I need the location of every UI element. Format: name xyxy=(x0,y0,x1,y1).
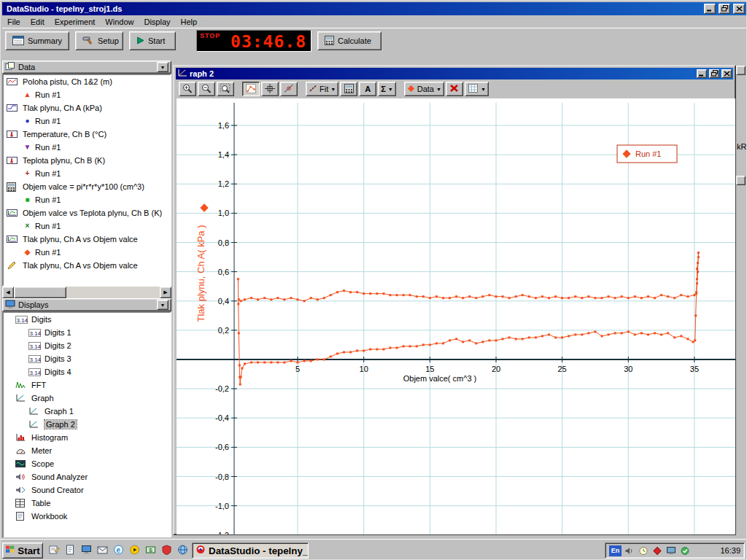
graph-toolbar-remove[interactable] xyxy=(446,82,463,96)
data-tree-run-item[interactable]: ×Run #1 xyxy=(4,219,170,233)
displays-tree-item-digits-2[interactable]: 3.14Digits 2 xyxy=(4,339,170,352)
graph-legend[interactable]: Run #1 xyxy=(617,145,677,163)
tray-antivirus-icon[interactable] xyxy=(651,545,663,556)
scroll-right-button[interactable]: ▶ xyxy=(160,287,171,298)
displays-tree-item-scope[interactable]: Scope xyxy=(4,457,170,470)
restore-icon xyxy=(711,69,718,78)
restore-button[interactable] xyxy=(719,4,730,14)
tray-display-icon[interactable] xyxy=(665,545,677,556)
data-tree-item-label: Temperature, Ch B (°C) xyxy=(23,130,107,139)
data-tree-item[interactable]: Poloha pistu, Ch 1&2 (m) xyxy=(4,75,170,88)
quicklaunch-desktop-icon[interactable] xyxy=(80,543,93,556)
menu-item-file[interactable]: File xyxy=(2,17,26,27)
histogram-icon xyxy=(15,433,28,442)
temperature-sensor-icon xyxy=(7,156,20,165)
background-window-button-2[interactable] xyxy=(736,176,746,185)
displays-tree-item-graph-1[interactable]: Graph 1 xyxy=(4,405,170,418)
graph-toolbar-zoom-select[interactable] xyxy=(217,82,234,96)
data-tree-item[interactable]: Tlak plynu, Ch A vs Objem valce xyxy=(4,259,170,272)
menu-item-help[interactable]: Help xyxy=(176,17,203,27)
data-tree-item[interactable]: Teplota plynu, Ch B (K) xyxy=(4,154,170,167)
displays-tree-item-sound-analyzer[interactable]: Sound Analyzer xyxy=(4,470,170,483)
close-button[interactable] xyxy=(733,4,745,14)
data-tree-item[interactable]: Temperature, Ch B (°C) xyxy=(4,128,170,141)
svg-text:-0,8: -0,8 xyxy=(215,472,229,481)
graph-toolbar-scale-to-fit[interactable] xyxy=(242,82,260,96)
data-tree-run-item[interactable]: ▲Run #1 xyxy=(4,88,170,101)
taskbar-task-datastudio[interactable]: DataStudio - tepelny_... xyxy=(192,542,309,559)
timer-display: STOP 03:46.8 xyxy=(196,30,311,52)
start-menu-button[interactable]: Start xyxy=(2,542,43,559)
graph-plot-area[interactable]: 1,61,41,21,00,80,60,40,2-0,2-0,4-0,6-0,8… xyxy=(177,98,735,534)
displays-tree-item-digits-4[interactable]: 3.14Digits 4 xyxy=(4,365,170,378)
quicklaunch-browser-icon[interactable]: e xyxy=(112,543,125,556)
quicklaunch-media-icon[interactable] xyxy=(128,543,141,556)
displays-tree-item-histogram[interactable]: Histogram xyxy=(4,431,170,444)
graph-restore-button[interactable] xyxy=(709,69,719,78)
displays-panel-dropdown-button[interactable]: ▼ xyxy=(157,300,169,310)
displays-tree-item-digits-3[interactable]: 3.14Digits 3 xyxy=(4,352,170,365)
data-tree-item[interactable]: Tlak plynu, Ch A (kPa) xyxy=(4,101,170,114)
graph-toolbar-text-tool[interactable]: A xyxy=(359,82,376,96)
graph-toolbar-smart-tool[interactable] xyxy=(261,82,279,96)
quicklaunch-document-icon[interactable] xyxy=(63,543,77,556)
language-indicator[interactable]: En xyxy=(609,545,622,556)
data-tree-run-item[interactable]: ●Run #1 xyxy=(4,114,170,128)
menu-item-display[interactable]: Display xyxy=(139,17,175,27)
displays-tree-item-sound-creator[interactable]: Sound Creator xyxy=(4,483,170,497)
scroll-thumb[interactable] xyxy=(14,287,66,298)
menu-item-window[interactable]: Window xyxy=(100,17,139,27)
data-tree-item[interactable]: Tlak plynu, Ch A vs Objem valce xyxy=(4,233,170,246)
data-tree-hscrollbar[interactable]: ◀ ▶ xyxy=(2,287,171,298)
graph-toolbar-settings[interactable]: ▼ xyxy=(465,82,489,96)
data-tree-run-item[interactable]: ▼Run #1 xyxy=(4,141,170,154)
graph-toolbar-slope-tool[interactable] xyxy=(280,82,298,96)
data-tree-item[interactable]: Objem valce vs Teplota plynu, Ch B (K) xyxy=(4,206,170,219)
tray-volume-icon[interactable] xyxy=(624,545,635,556)
menu-item-experiment[interactable]: Experiment xyxy=(50,17,101,27)
displays-tree-item-fft[interactable]: FFT xyxy=(4,378,170,392)
graph-minimize-button[interactable] xyxy=(697,69,707,78)
displays-tree-item-graph-2[interactable]: Graph 2 xyxy=(4,418,170,431)
displays-tree-item-graph[interactable]: Graph xyxy=(4,392,170,405)
quicklaunch-editor-icon[interactable] xyxy=(47,543,61,556)
graph-toolbar-zoom-in[interactable] xyxy=(179,82,196,96)
data-tree-item-label: Tlak plynu, Ch A vs Objem valce xyxy=(23,261,138,270)
sound-creator-icon xyxy=(15,486,28,494)
quicklaunch-mail-icon[interactable] xyxy=(96,543,109,556)
displays-tree-item-table[interactable]: Table xyxy=(4,497,170,510)
taskbar-clock[interactable]: 16:39 xyxy=(720,546,740,555)
tray-scheduler-icon[interactable] xyxy=(638,545,649,556)
graph-toolbar-zoom-out[interactable] xyxy=(198,82,215,96)
scroll-left-button[interactable]: ◀ xyxy=(2,287,14,298)
tray-update-icon[interactable] xyxy=(679,545,691,556)
data-tree-item[interactable]: Objem valce = pi*r*r*y*100 (cm^3) xyxy=(4,180,170,193)
quicklaunch-money-icon[interactable]: $ xyxy=(144,543,157,556)
displays-tree-item-workbook[interactable]: Workbook xyxy=(4,510,170,523)
setup-button[interactable]: Setup xyxy=(75,31,123,50)
data-tree-run-item[interactable]: ◆Run #1 xyxy=(4,246,170,259)
graph-toolbar-statistics[interactable]: Σ▼ xyxy=(378,82,396,96)
quicklaunch-web-icon[interactable] xyxy=(176,543,189,556)
displays-tree-item-digits[interactable]: 3.14Digits xyxy=(4,313,170,326)
displays-tree-item-digits-1[interactable]: 3.14Digits 1 xyxy=(4,326,170,339)
graph-close-button[interactable] xyxy=(721,69,732,78)
graph-toolbar-data-menu[interactable]: Data▼ xyxy=(404,82,444,96)
graph-toolbar-calculator[interactable] xyxy=(340,82,357,96)
graph-toolbar-fit-menu[interactable]: Fit▼ xyxy=(306,82,338,96)
calculator-icon xyxy=(344,84,354,95)
data-tree-run-item[interactable]: ■Run #1 xyxy=(4,193,170,206)
background-window-button[interactable] xyxy=(736,66,746,75)
data-tree-run-item[interactable]: +Run #1 xyxy=(4,167,170,180)
summary-button[interactable]: Summary xyxy=(5,31,69,50)
menu-item-edit[interactable]: Edit xyxy=(26,17,50,27)
svg-text:3.14: 3.14 xyxy=(30,343,42,349)
quicklaunch-security-icon[interactable] xyxy=(160,543,173,556)
data-panel-dropdown-button[interactable]: ▼ xyxy=(157,62,169,72)
svg-text:1,6: 1,6 xyxy=(218,121,229,130)
minimize-button[interactable] xyxy=(704,4,716,14)
calculate-button[interactable]: Calculate xyxy=(317,31,382,50)
svg-text:0,4: 0,4 xyxy=(218,297,229,306)
start-button[interactable]: Start xyxy=(129,31,176,50)
displays-tree-item-meter[interactable]: Meter xyxy=(4,444,170,457)
